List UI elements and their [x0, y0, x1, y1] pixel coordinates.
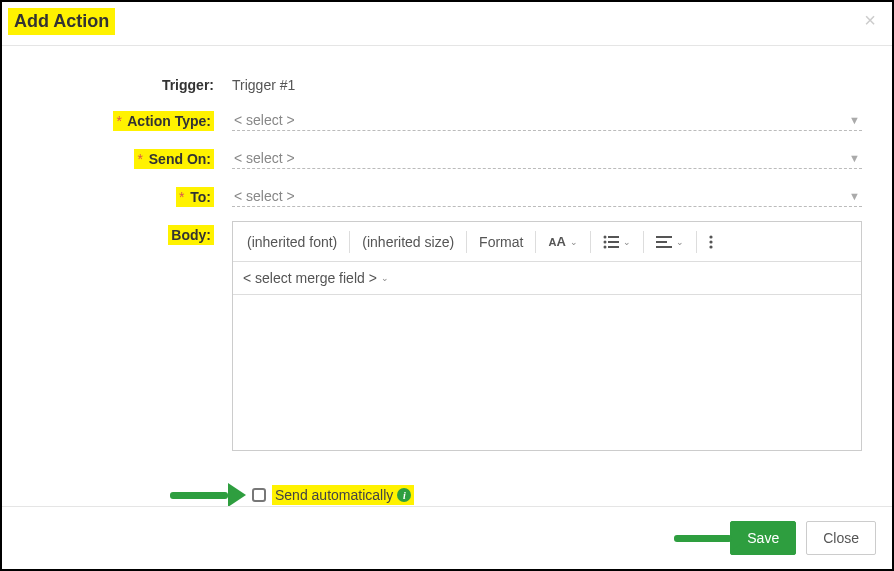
svg-rect-6 [656, 236, 672, 238]
row-action-type: * Action Type: < select > ▼ [22, 107, 872, 131]
close-button[interactable]: Close [806, 521, 876, 555]
chevron-down-icon: ⌄ [570, 237, 578, 247]
value-trigger: Trigger #1 [232, 71, 862, 93]
toolbar-text-style[interactable]: AA ⌄ [538, 228, 587, 255]
send-automatically-label: Send automatically i [272, 485, 414, 505]
toolbar-separator [696, 231, 697, 253]
svg-point-4 [603, 245, 606, 248]
editor-content-area[interactable] [233, 295, 861, 450]
label-to: * To: [22, 183, 232, 205]
editor-toolbar: (inherited font) (inherited size) Format [233, 222, 861, 262]
toolbar-font-family[interactable]: (inherited font) [237, 228, 347, 256]
chevron-down-icon: ▼ [849, 190, 860, 202]
row-body: Body: (inherited font) (inherited size) [22, 221, 872, 451]
chevron-down-icon: ▼ [849, 114, 860, 126]
svg-rect-5 [608, 246, 619, 248]
send-automatically-checkbox[interactable] [252, 488, 266, 502]
svg-rect-3 [608, 241, 619, 243]
select-action-type-placeholder: < select > [234, 112, 295, 128]
toolbar-format[interactable]: Format [469, 228, 533, 256]
merge-field-selector[interactable]: < select merge field > ⌄ [233, 262, 861, 295]
list-icon [603, 235, 619, 249]
chevron-down-icon: ▼ [849, 152, 860, 164]
toolbar-list[interactable]: ⌄ [593, 229, 641, 255]
close-icon[interactable]: × [858, 8, 882, 32]
select-send-on-placeholder: < select > [234, 150, 295, 166]
toolbar-separator [466, 231, 467, 253]
modal-header: Add Action × [2, 2, 892, 46]
toolbar-separator [643, 231, 644, 253]
select-to[interactable]: < select > ▼ [232, 183, 862, 207]
send-automatically-row: Send automatically i [22, 465, 872, 505]
toolbar-separator [535, 231, 536, 253]
toolbar-font-size[interactable]: (inherited size) [352, 228, 464, 256]
chevron-down-icon: ⌄ [623, 237, 631, 247]
align-icon [656, 235, 672, 249]
row-send-on: * Send On: < select > ▼ [22, 145, 872, 169]
select-action-type[interactable]: < select > ▼ [232, 107, 862, 131]
svg-point-9 [709, 235, 712, 238]
svg-rect-8 [656, 246, 672, 248]
chevron-down-icon: ⌄ [676, 237, 684, 247]
svg-point-11 [709, 245, 712, 248]
label-action-type: * Action Type: [22, 107, 232, 129]
svg-rect-1 [608, 236, 619, 238]
svg-point-2 [603, 240, 606, 243]
select-send-on[interactable]: < select > ▼ [232, 145, 862, 169]
modal-title: Add Action [8, 8, 115, 35]
rich-text-editor: (inherited font) (inherited size) Format [232, 221, 862, 451]
toolbar-align[interactable]: ⌄ [646, 229, 694, 255]
toolbar-separator [349, 231, 350, 253]
label-send-on: * Send On: [22, 145, 232, 167]
row-trigger: Trigger: Trigger #1 [22, 71, 872, 93]
more-vertical-icon [709, 235, 713, 249]
row-to: * To: < select > ▼ [22, 183, 872, 207]
info-icon[interactable]: i [397, 488, 411, 502]
svg-point-0 [603, 235, 606, 238]
modal-footer: Save Close [2, 506, 892, 569]
annotation-arrow-icon [674, 526, 750, 550]
svg-rect-7 [656, 241, 667, 243]
annotation-arrow-icon [170, 483, 246, 506]
modal-body: Trigger: Trigger #1 * Action Type: < sel… [2, 46, 892, 506]
label-trigger: Trigger: [22, 71, 232, 93]
toolbar-more[interactable] [699, 229, 723, 255]
svg-point-10 [709, 240, 712, 243]
add-action-modal: Add Action × Trigger: Trigger #1 * Actio… [0, 0, 894, 571]
toolbar-separator [590, 231, 591, 253]
chevron-down-icon: ⌄ [381, 273, 389, 283]
text-style-icon: AA [548, 234, 565, 249]
select-to-placeholder: < select > [234, 188, 295, 204]
label-body: Body: [22, 221, 232, 243]
